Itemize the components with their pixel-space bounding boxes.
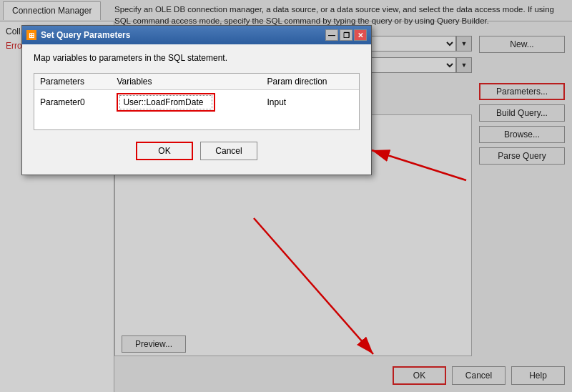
dialog-title-text: Set Query Parameters xyxy=(41,30,130,40)
main-window: Connection Manager Specify an OLE DB con… xyxy=(0,0,572,392)
params-table-container: Parameters Variables Param direction Par… xyxy=(34,73,360,130)
table-row: Parameter0 Input xyxy=(34,90,359,115)
col-header-variables: Variables xyxy=(111,74,261,90)
dialog-body: Map variables to parameters in the SQL s… xyxy=(22,44,371,175)
variable-input-wrapper xyxy=(117,93,215,112)
cell-variable xyxy=(111,90,261,115)
dialog-close-button[interactable]: ✕ xyxy=(354,29,367,41)
params-table: Parameters Variables Param direction Par… xyxy=(34,74,359,114)
cell-direction: Input xyxy=(261,90,359,115)
variable-input[interactable] xyxy=(119,95,212,109)
dialog-titlebar: ⊞ Set Query Parameters — ❐ ✕ xyxy=(22,26,371,44)
table-header-row: Parameters Variables Param direction xyxy=(34,74,359,90)
dialog-buttons: OK Cancel xyxy=(34,142,360,166)
dialog-title-group: ⊞ Set Query Parameters xyxy=(26,30,130,40)
dialog-window-controls: — ❐ ✕ xyxy=(325,29,367,41)
cell-parameter: Parameter0 xyxy=(34,90,111,115)
dialog-restore-button[interactable]: ❐ xyxy=(340,29,352,41)
dialog-description: Map variables to parameters in the SQL s… xyxy=(34,53,360,63)
dialog-app-icon: ⊞ xyxy=(26,30,36,40)
col-header-direction: Param direction xyxy=(261,74,359,90)
dialog-cancel-button[interactable]: Cancel xyxy=(200,142,257,160)
dialog-minimize-button[interactable]: — xyxy=(325,29,338,41)
set-query-parameters-dialog: ⊞ Set Query Parameters — ❐ ✕ Map variabl… xyxy=(21,25,372,175)
dialog-ok-button[interactable]: OK xyxy=(136,142,193,160)
col-header-parameters: Parameters xyxy=(34,74,111,90)
